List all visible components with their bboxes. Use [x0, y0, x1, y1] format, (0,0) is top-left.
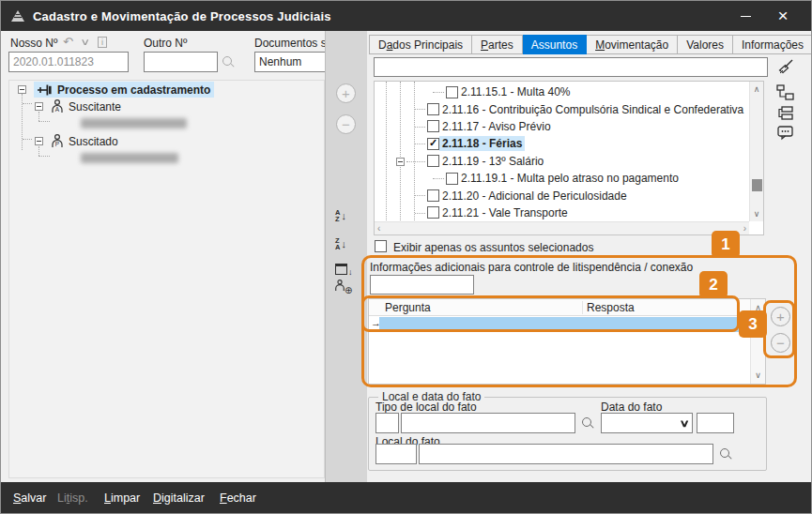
scroll-left-icon[interactable]: ‹	[377, 223, 380, 234]
checkbox-unchecked[interactable]	[427, 189, 439, 202]
person-a-icon: A	[51, 99, 64, 113]
assunto-row[interactable]: 2.11.19 - 13º Salário	[375, 153, 748, 170]
tab-valores[interactable]: Valores	[678, 35, 733, 54]
tree-guide	[23, 103, 32, 104]
assunto-row[interactable]: 2.11.15.1 - Multa 40%	[375, 83, 748, 100]
tree-guide	[22, 94, 23, 150]
window-title: Cadastro e Movimentação de Processos Jud…	[33, 9, 331, 23]
tab-dados-principais[interactable]: Dados Principais	[369, 35, 472, 54]
data-fato-select[interactable]: ∨	[601, 413, 693, 433]
outro-no-input[interactable]	[144, 52, 218, 72]
close-button[interactable]: ×	[762, 1, 804, 31]
grid-add-row-button[interactable]: +	[771, 307, 790, 326]
checkbox-unchecked[interactable]	[427, 206, 439, 219]
assunto-row[interactable]: 2.11.17 - Aviso Prévio	[375, 118, 748, 135]
chevron-down-icon: ∨	[679, 417, 689, 430]
outro-no-label: Outro Nº	[144, 37, 187, 50]
expand-tree-icon[interactable]	[776, 84, 794, 100]
tab-partes[interactable]: Partes	[472, 35, 523, 54]
tipo-local-fato-code-input[interactable]	[375, 413, 399, 433]
chevron-down-icon[interactable]: ∨	[80, 37, 90, 47]
column-header-pergunta[interactable]: Pergunta	[369, 301, 582, 314]
local-fato-code-input[interactable]	[375, 444, 417, 464]
tree-expander[interactable]	[18, 85, 26, 94]
tree-item-suscitado[interactable]: P Suscitado	[51, 133, 118, 149]
filter-checkbox[interactable]	[375, 240, 387, 252]
tree-expander[interactable]	[35, 137, 43, 145]
nosso-no-input[interactable]	[8, 52, 129, 72]
tree-guide	[415, 213, 425, 214]
tree-expander[interactable]	[396, 158, 405, 166]
assuntos-tree-list[interactable]: 2.11.15.1 - Multa 40% 2.11.16 - Contribu…	[374, 81, 764, 235]
litispendencia-input[interactable]	[370, 275, 474, 295]
checkbox-unchecked[interactable]	[427, 155, 439, 167]
local-fato-input[interactable]	[419, 444, 713, 464]
tree-guide	[433, 92, 444, 93]
comment-icon[interactable]	[777, 126, 794, 141]
grid-selected-row[interactable]	[379, 317, 749, 332]
scroll-down-icon[interactable]: ∨	[750, 209, 763, 219]
tab-movimentacao[interactable]: Movimentação	[587, 35, 678, 54]
plus-circle-icon: ⊕	[345, 285, 352, 295]
data-fato-input[interactable]	[697, 413, 734, 433]
scroll-down-icon[interactable]: ∨	[751, 370, 765, 380]
scroll-right-icon[interactable]: ›	[743, 223, 746, 234]
grid-remove-row-button[interactable]: −	[771, 333, 790, 353]
pergunta-resposta-grid[interactable]: Pergunta Resposta → ∧ ∨	[368, 298, 766, 385]
remove-party-button[interactable]: −	[336, 114, 356, 134]
checkbox-unchecked[interactable]	[446, 173, 458, 185]
fechar-button[interactable]: Fechar	[220, 491, 256, 505]
letter-z: Z	[335, 216, 340, 222]
assunto-label: 2.11.19 - 13º Salário	[439, 154, 546, 169]
clear-filter-broom-icon[interactable]	[777, 58, 794, 75]
minimize-button[interactable]	[725, 1, 766, 31]
assunto-label: 2.11.17 - Aviso Prévio	[439, 119, 554, 134]
checkbox-unchecked[interactable]	[446, 86, 458, 98]
assunto-label: 2.11.20 - Adicional de Periculosidade	[439, 189, 630, 204]
checkbox-checked[interactable]: ✓	[427, 138, 439, 150]
tab-informacoes[interactable]: Informações	[733, 35, 812, 54]
info-icon[interactable]: i	[98, 37, 107, 48]
tree-item-suscitante[interactable]: A Suscitante	[51, 98, 121, 114]
collapse-tree-icon[interactable]	[777, 106, 794, 120]
tree-guide	[406, 161, 425, 162]
assunto-row[interactable]: 2.11.19.1 - Multa pelo atraso no pagamen…	[375, 170, 748, 187]
assunto-label: 2.11.18 - Férias	[439, 136, 525, 151]
column-header-resposta[interactable]: Resposta	[582, 301, 635, 314]
tree-guide	[38, 121, 50, 122]
assunto-row-selected[interactable]: ✓ 2.11.18 - Férias	[375, 135, 748, 152]
search-process-icon[interactable]	[222, 55, 236, 69]
limpar-button[interactable]: Limpar	[104, 491, 140, 505]
horizontal-scrollbar[interactable]: ‹ ›	[375, 221, 749, 234]
assunto-search-input[interactable]	[374, 57, 768, 77]
salvar-button[interactable]: Salvar	[13, 491, 46, 505]
add-party-button[interactable]: +	[336, 83, 356, 103]
tree-guide	[415, 127, 425, 128]
sort-za-button[interactable]: ZA ↓	[335, 237, 346, 250]
person-p-icon: P	[51, 134, 64, 148]
litisp-button: Litisp.	[57, 491, 88, 505]
undo-icon[interactable]: ↶	[63, 35, 73, 49]
sort-az-button[interactable]: AZ ↓	[335, 209, 346, 222]
party-tree-panel[interactable]: Processo em cadastramento A Suscitante P…	[8, 80, 325, 478]
checkbox-unchecked[interactable]	[427, 103, 439, 115]
minus-icon: −	[776, 336, 785, 350]
search-tipo-local-icon[interactable]	[581, 416, 595, 431]
calendar-icon	[335, 264, 347, 275]
assunto-row[interactable]: 2.11.20 - Adicional de Periculosidade	[375, 187, 748, 204]
down-arrow-icon: ↓	[341, 210, 346, 221]
digitalizar-button[interactable]: Digitalizar	[153, 491, 205, 505]
scroll-up-icon[interactable]: ∧	[750, 84, 763, 94]
tool-strip: + − AZ ↓ ZA ↓ ↓ ⊕	[325, 31, 367, 484]
scrollbar-thumb[interactable]	[752, 179, 762, 191]
assunto-row[interactable]: 2.11.16 - Contribuição Compulsória Sindi…	[375, 100, 748, 117]
tree-expander[interactable]	[35, 102, 43, 111]
tipo-local-fato-input[interactable]	[401, 413, 575, 433]
tree-root-item[interactable]: Processo em cadastramento	[34, 82, 214, 98]
search-local-fato-icon[interactable]	[719, 447, 733, 461]
checkbox-unchecked[interactable]	[427, 120, 439, 132]
vertical-scrollbar[interactable]: ∧ ∨	[749, 82, 763, 221]
tab-assuntos[interactable]: Assuntos	[523, 35, 587, 54]
nosso-no-label: Nosso Nº	[10, 37, 57, 50]
assunto-row[interactable]: 2.11.21 - Vale Transporte	[375, 204, 748, 221]
